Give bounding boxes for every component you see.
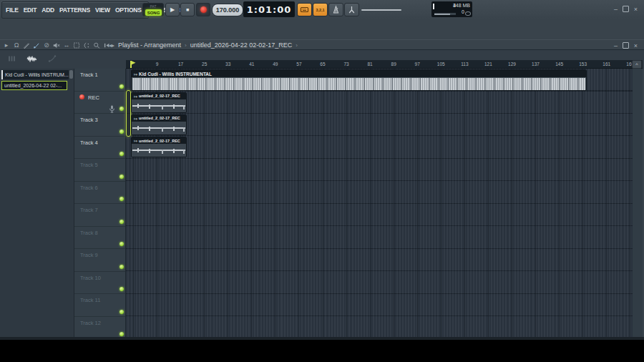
picker-scrollbar-thumb[interactable]: [69, 70, 73, 79]
audio-clip-take[interactable]: ↦ untitled_2_02-17_REC: [131, 137, 187, 157]
paint-brush-icon[interactable]: [33, 41, 40, 49]
playhead-marker[interactable]: [130, 61, 136, 68]
clip-waveform-area[interactable]: [132, 77, 586, 91]
track-header[interactable]: Track 3: [74, 114, 125, 137]
slip-stretch-icon[interactable]: ↔: [63, 41, 70, 49]
track-name[interactable]: Track 8: [80, 230, 98, 236]
arrangement-name[interactable]: untitled_2026-04-22 02-02-17_REC: [190, 41, 293, 49]
track-header[interactable]: Track 11: [74, 294, 125, 317]
track-header[interactable]: Track 8: [74, 227, 125, 250]
track-enable-led[interactable]: [119, 197, 124, 201]
track-name[interactable]: Track 11: [80, 297, 100, 303]
track-name[interactable]: Track 9: [80, 252, 98, 258]
menu-item[interactable]: VIEW: [95, 6, 110, 14]
clip-header[interactable]: ↦ Kid Cudi - Willis INSTRUMENTAL: [132, 70, 586, 77]
track-header[interactable]: Track 4: [74, 137, 125, 160]
track-header[interactable]: Track 1: [74, 69, 125, 92]
metronome-button[interactable]: [328, 3, 343, 16]
track-enable-led[interactable]: [119, 175, 124, 179]
track-header[interactable]: Track 6: [74, 182, 125, 205]
track-name[interactable]: Track 7: [80, 207, 98, 213]
bpm-display[interactable]: 170.000: [212, 4, 243, 16]
draw-pencil-icon[interactable]: [23, 41, 30, 49]
patterns-filter-icon[interactable]: [7, 54, 16, 64]
playlist-menu-icon[interactable]: ▸: [3, 41, 10, 49]
track-name[interactable]: Track 3: [80, 117, 98, 123]
close-icon[interactable]: ×: [632, 41, 640, 49]
track-header[interactable]: Track 10: [74, 272, 125, 295]
clip-menu-icon[interactable]: ↦: [134, 138, 137, 143]
track-name[interactable]: Track 12: [80, 320, 101, 326]
clip-header[interactable]: ↦ untitled_2_02-17_REC: [132, 137, 186, 144]
track-enable-led[interactable]: [119, 152, 124, 156]
clip-menu-icon[interactable]: ↦: [134, 72, 137, 77]
time-display[interactable]: 1:01:00: [243, 1, 295, 17]
picker-item-audio[interactable]: Kid Cudi - Willis INSTRUM...: [1, 70, 69, 79]
track-header[interactable]: Track 12: [74, 317, 125, 340]
clip-menu-icon[interactable]: ↦: [134, 94, 137, 99]
select-tool-icon[interactable]: [73, 41, 80, 49]
countdown-button[interactable]: 3,2,1: [313, 3, 328, 16]
clip-header[interactable]: ↦ untitled_2_02-17_REC: [132, 93, 186, 99]
track-enable-led[interactable]: [119, 129, 124, 134]
maximize-icon[interactable]: [623, 6, 629, 12]
track-enable-led[interactable]: [119, 242, 124, 246]
menu-item[interactable]: EDIT: [24, 6, 37, 14]
clip-menu-icon[interactable]: ↦: [134, 116, 137, 121]
zoom-tool-icon[interactable]: [93, 41, 100, 49]
track-enable-led[interactable]: [119, 220, 124, 224]
menu-item[interactable]: OPTIONS: [115, 6, 142, 14]
minimize-icon[interactable]: –: [612, 41, 620, 49]
clip-header[interactable]: ↦ untitled_2_02-17_REC: [132, 115, 186, 122]
menu-item[interactable]: FILE: [6, 6, 19, 14]
audio-clip-take[interactable]: ↦ untitled_2_02-17_REC: [131, 92, 187, 113]
track-header[interactable]: REC: [74, 92, 125, 114]
track-name[interactable]: Track 5: [80, 162, 98, 168]
vertical-scrollbar-lane[interactable]: [633, 69, 643, 339]
track-header[interactable]: Track 5: [74, 159, 125, 182]
track-name[interactable]: Track 6: [80, 185, 98, 191]
track-enable-led[interactable]: [119, 287, 124, 291]
audio-filter-icon[interactable]: [26, 54, 38, 64]
track-enable-led[interactable]: [119, 310, 124, 314]
track-header[interactable]: Track 7: [74, 204, 125, 227]
close-icon[interactable]: ×: [632, 5, 640, 13]
track-name[interactable]: Track 4: [80, 140, 98, 146]
snap-magnet-icon[interactable]: Ω: [13, 41, 20, 49]
timeline-ruler[interactable]: 9172533414957657381899710511312112913714…: [126, 60, 643, 69]
playlist-title[interactable]: Playlist - Arrangement: [118, 41, 181, 49]
track-enable-led[interactable]: [119, 265, 124, 269]
blend-notes-button[interactable]: [297, 3, 312, 16]
automation-filter-icon[interactable]: [48, 54, 57, 64]
menu-item[interactable]: ADD: [42, 6, 54, 14]
mute-tool-icon[interactable]: [53, 41, 60, 49]
track-enable-led[interactable]: [119, 84, 124, 89]
audio-clip-main[interactable]: ↦ Kid Cudi - Willis INSTRUMENTAL: [131, 69, 587, 91]
picker-item-selected[interactable]: untitled_2026-04-22 02-...: [1, 81, 67, 90]
clip-waveform-area[interactable]: [132, 122, 186, 135]
play-button[interactable]: ▶: [165, 3, 180, 16]
track-enable-led[interactable]: [119, 107, 124, 111]
track-name[interactable]: REC: [80, 94, 99, 101]
track-header[interactable]: Track 9: [74, 249, 125, 272]
main-volume-slider[interactable]: [361, 9, 401, 11]
track-selection-indicator[interactable]: [126, 90, 131, 137]
track-name[interactable]: Track 1: [80, 72, 98, 78]
wait-for-input-button[interactable]: [344, 3, 359, 16]
maximize-icon[interactable]: [623, 42, 629, 49]
zoom-to-fit-icon[interactable]: [83, 41, 90, 49]
clip-waveform-area[interactable]: [132, 144, 186, 157]
pat-song-toggle[interactable]: PAT SONG: [142, 3, 164, 16]
scroll-up-button[interactable]: ^: [632, 60, 642, 69]
delete-tool-icon[interactable]: ⊘: [43, 41, 50, 49]
record-button[interactable]: [196, 3, 210, 16]
track-name[interactable]: Track 10: [80, 275, 101, 281]
playlist-grid[interactable]: ↦ Kid Cudi - Willis INSTRUMENTAL ↦ untit…: [126, 69, 643, 339]
clip-waveform-area[interactable]: [132, 99, 186, 113]
minimize-icon[interactable]: –: [612, 5, 620, 13]
menu-item[interactable]: PATTERNS: [59, 6, 90, 14]
track-enable-led[interactable]: [119, 332, 124, 336]
audio-clip-take[interactable]: ↦ untitled_2_02-17_REC: [131, 114, 187, 135]
stop-button[interactable]: ■: [180, 3, 195, 16]
detach-nav-icon[interactable]: ◂▸: [109, 42, 114, 49]
